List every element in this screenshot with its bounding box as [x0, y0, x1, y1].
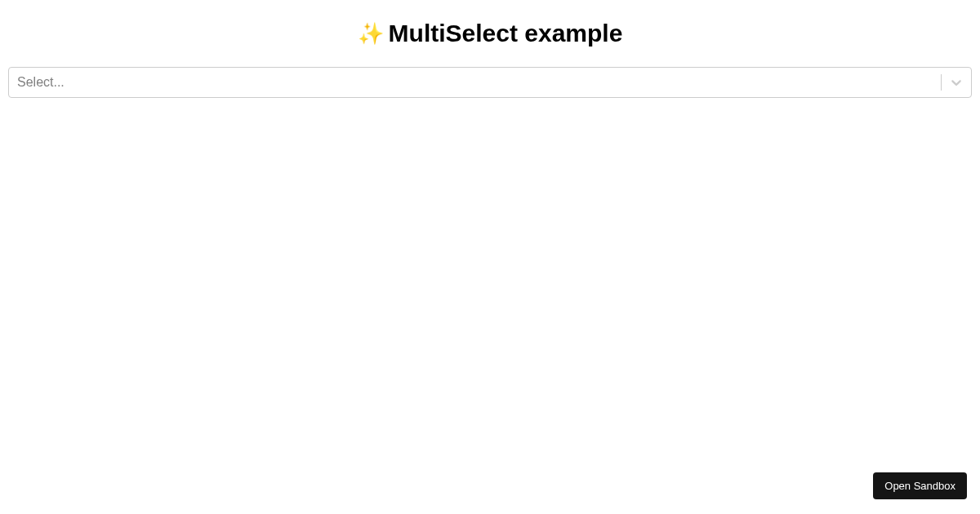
dropdown-indicator[interactable] — [942, 68, 971, 97]
open-sandbox-button[interactable]: Open Sandbox — [873, 472, 967, 499]
multiselect-value-area[interactable]: Select... — [9, 68, 941, 97]
multiselect-indicators — [941, 68, 971, 97]
chevron-down-icon — [948, 74, 964, 91]
page-title: ✨ MultiSelect example — [0, 0, 980, 67]
multiselect-placeholder: Select... — [17, 75, 65, 90]
sparkle-icon: ✨ — [358, 23, 384, 44]
multiselect-control[interactable]: Select... — [8, 67, 972, 98]
multiselect-container: Select... — [8, 67, 972, 98]
page-title-text: MultiSelect example — [389, 20, 623, 47]
